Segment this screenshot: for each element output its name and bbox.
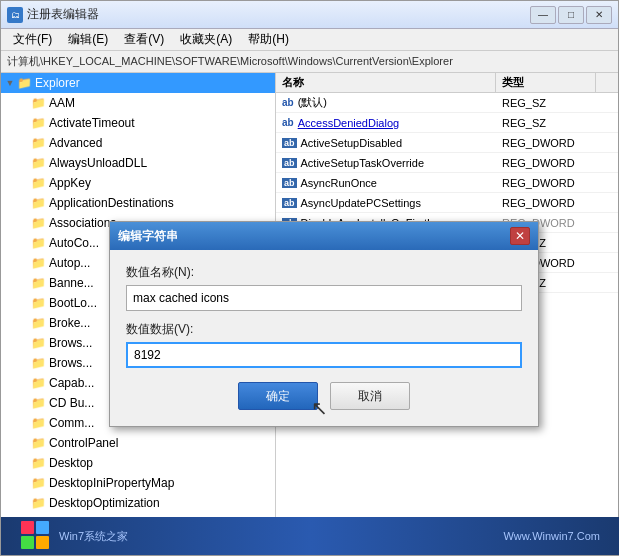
close-button[interactable]: ✕: [586, 6, 612, 24]
edit-string-dialog: 编辑字符串 ✕ 数值名称(N): 数值数据(V): 确定 取消: [109, 221, 539, 427]
tree-item-label: AppKey: [49, 176, 91, 190]
tree-item-label: AutoCo...: [49, 236, 99, 250]
tree-item-label: Autop...: [49, 256, 90, 270]
dialog-title: 编辑字符串: [118, 228, 510, 245]
tree-item-label: AlwaysUnloadDLL: [49, 156, 147, 170]
reg-type: REG_DWORD: [496, 136, 596, 150]
tree-item-label: ApplicationDestinations: [49, 196, 174, 210]
tree-item-advanced[interactable]: 📁 Advanced: [1, 133, 275, 153]
registry-header: 名称 类型: [276, 73, 618, 93]
tree-item-activatetimeout[interactable]: 📁 ActivateTimeout: [1, 113, 275, 133]
name-label: 数值名称(N):: [126, 264, 522, 281]
title-buttons: — □ ✕: [530, 6, 612, 24]
tree-item-label: AAM: [49, 96, 75, 110]
name-input[interactable]: [126, 285, 522, 311]
tree-item-label: DeviceUpdateLocations: [49, 516, 176, 530]
menu-file[interactable]: 文件(F): [5, 29, 60, 50]
data-input[interactable]: [126, 342, 522, 368]
reg-name: ActiveSetupTaskOverride: [301, 157, 425, 169]
menu-bar: 文件(F) 编辑(E) 查看(V) 收藏夹(A) 帮助(H): [1, 29, 618, 51]
reg-name: AccessDeniedDialog: [298, 117, 400, 129]
tree-root-label: Explorer: [35, 76, 80, 90]
tree-item-label: DesktopIniPropertyMap: [49, 476, 174, 490]
reg-name: ActiveSetupDisabled: [301, 137, 403, 149]
window-title: 注册表编辑器: [27, 6, 530, 23]
title-bar: 🗂 注册表编辑器 — □ ✕: [1, 1, 618, 29]
tree-item-controlpanel[interactable]: 📁 ControlPanel: [1, 433, 275, 453]
col-name-header: 名称: [276, 73, 496, 92]
tree-item-label: Broke...: [49, 316, 90, 330]
tree-item-alwaysunloaddll[interactable]: 📁 AlwaysUnloadDLL: [1, 153, 275, 173]
reg-type: REG_DWORD: [496, 176, 596, 190]
tree-item-deviceupdatelocations[interactable]: 📁 DeviceUpdateLocations: [1, 513, 275, 533]
tree-item-label: Brows...: [49, 336, 92, 350]
tree-item-desktop[interactable]: 📁 Desktop: [1, 453, 275, 473]
tree-item-appkey[interactable]: 📁 AppKey: [1, 173, 275, 193]
tree-item-label: ControlPanel: [49, 436, 118, 450]
col-type-header: 类型: [496, 73, 596, 92]
tree-item-label: Desktop: [49, 456, 93, 470]
tree-item-desktopoptimization[interactable]: 📁 DesktopOptimization: [1, 493, 275, 513]
reg-row-2[interactable]: ab ActiveSetupDisabled REG_DWORD: [276, 133, 618, 153]
tree-item-label: BootLo...: [49, 296, 97, 310]
maximize-button[interactable]: □: [558, 6, 584, 24]
reg-row-default[interactable]: ab (默认) REG_SZ: [276, 93, 618, 113]
tree-item-label: Advanced: [49, 136, 102, 150]
app-icon: 🗂: [7, 7, 23, 23]
reg-type: REG_SZ: [496, 96, 596, 110]
data-label: 数值数据(V):: [126, 321, 522, 338]
reg-icon-1: ab AccessDeniedDialog: [276, 116, 496, 130]
reg-icon-4: ab AsyncRunOnce: [276, 176, 496, 190]
reg-name: AsyncRunOnce: [301, 177, 377, 189]
menu-help[interactable]: 帮助(H): [240, 29, 297, 50]
tree-root[interactable]: ▼ 📁 Explorer: [1, 73, 275, 93]
expand-icon[interactable]: ▼: [3, 76, 17, 90]
reg-row-5[interactable]: ab AsyncUpdatePCSettings REG_DWORD: [276, 193, 618, 213]
address-text: 计算机\HKEY_LOCAL_MACHINE\SOFTWARE\Microsof…: [7, 54, 453, 69]
reg-icon-default: ab (默认): [276, 94, 496, 111]
reg-name: AsyncUpdatePCSettings: [301, 197, 421, 209]
reg-type: REG_SZ: [496, 116, 596, 130]
reg-row-4[interactable]: ab AsyncRunOnce REG_DWORD: [276, 173, 618, 193]
address-bar: 计算机\HKEY_LOCAL_MACHINE\SOFTWARE\Microsof…: [1, 51, 618, 73]
reg-type: REG_DWORD: [496, 156, 596, 170]
reg-icon-2: ab ActiveSetupDisabled: [276, 136, 496, 150]
cancel-button[interactable]: 取消: [330, 382, 410, 410]
reg-icon-3: ab ActiveSetupTaskOverride: [276, 156, 496, 170]
menu-edit[interactable]: 编辑(E): [60, 29, 116, 50]
reg-name: (默认): [298, 95, 327, 110]
minimize-button[interactable]: —: [530, 6, 556, 24]
reg-row-3[interactable]: ab ActiveSetupTaskOverride REG_DWORD: [276, 153, 618, 173]
menu-view[interactable]: 查看(V): [116, 29, 172, 50]
tree-item-label: Associations: [49, 216, 116, 230]
dialog-close-button[interactable]: ✕: [510, 227, 530, 245]
tree-item-label: ActivateTimeout: [49, 116, 135, 130]
reg-icon-5: ab AsyncUpdatePCSettings: [276, 196, 496, 210]
tree-item-label: Banne...: [49, 276, 94, 290]
tree-item-applicationdestinations[interactable]: 📁 ApplicationDestinations: [1, 193, 275, 213]
menu-favorites[interactable]: 收藏夹(A): [172, 29, 240, 50]
tree-item-aam[interactable]: 📁 AAM: [1, 93, 275, 113]
tree-item-label: DesktopOptimization: [49, 496, 160, 510]
dialog-buttons: 确定 取消: [126, 378, 522, 414]
tree-item-desktopinipropertymap[interactable]: 📁 DesktopIniPropertyMap: [1, 473, 275, 493]
dialog-title-bar: 编辑字符串 ✕: [110, 222, 538, 250]
dialog-body: 数值名称(N): 数值数据(V): 确定 取消: [110, 250, 538, 426]
status-bar: [1, 533, 618, 555]
ok-button[interactable]: 确定: [238, 382, 318, 410]
tree-item-label: Brows...: [49, 356, 92, 370]
tree-item-label: Comm...: [49, 416, 94, 430]
reg-row-1[interactable]: ab AccessDeniedDialog REG_SZ: [276, 113, 618, 133]
reg-type: REG_DWORD: [496, 196, 596, 210]
tree-item-label: CD Bu...: [49, 396, 94, 410]
tree-item-label: Capab...: [49, 376, 94, 390]
